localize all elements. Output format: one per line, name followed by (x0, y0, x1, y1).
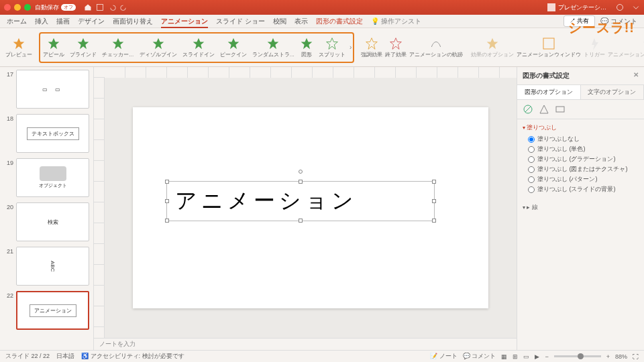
anim-split[interactable]: スプリット (319, 37, 345, 58)
language[interactable]: 日本語 (56, 352, 74, 361)
resize-handle-mr[interactable] (432, 199, 436, 203)
thumb-17[interactable]: ▭ ▭ (16, 70, 89, 109)
view-slideshow-icon[interactable]: ▶ (535, 353, 539, 360)
trigger[interactable]: トリガー (584, 37, 605, 58)
svg-marker-15 (487, 38, 498, 49)
notes-toggle[interactable]: 📝 ノート (430, 352, 458, 361)
fill-gradient[interactable]: 塗りつぶし (グラデーション) (528, 155, 639, 164)
svg-marker-4 (48, 38, 60, 49)
view-sorter-icon[interactable]: ⊞ (513, 353, 518, 360)
status-bar: スライド 22 / 22 日本語 ♿ アクセシビリティ: 検討が必要です 📝 ノ… (0, 350, 644, 362)
zoom-out-icon[interactable]: − (545, 353, 548, 360)
animation-gallery[interactable]: アピール ブラインド チェッカー… ディゾルブイン スライドイン ピークイン ラ… (39, 32, 354, 63)
thumb-22[interactable]: アニメーション (16, 291, 89, 330)
redo-icon[interactable] (120, 3, 128, 11)
fill-pattern[interactable]: 塗りつぶし (パターン) (528, 175, 639, 184)
rotate-handle[interactable] (299, 170, 303, 174)
zoom-level[interactable]: 88% (615, 353, 627, 360)
zoom-slider[interactable] (554, 355, 601, 357)
size-props-icon[interactable] (555, 104, 566, 115)
svg-rect-1 (547, 3, 555, 11)
sync-icon[interactable] (616, 3, 624, 11)
shape-options-tab[interactable]: 図形のオプション (517, 85, 581, 99)
fill-picture[interactable]: 塗りつぶし (図またはテクスチャ) (528, 165, 639, 174)
anim-peekin[interactable]: ピークイン (220, 37, 247, 58)
comments-toggle[interactable]: 💬 コメント (463, 352, 496, 361)
thumb-20[interactable]: 検索 (16, 202, 89, 241)
anim-random[interactable]: ランダムストラ… (252, 37, 295, 58)
anim-checker[interactable]: チェッカー… (102, 37, 134, 58)
document-title[interactable]: プレゼンテーシ… (547, 3, 606, 12)
effect-options[interactable]: 効果のオプション (471, 37, 514, 58)
effects-icon[interactable] (539, 104, 549, 115)
tell-me[interactable]: 💡 操作アシスト (371, 17, 421, 26)
save-icon[interactable] (96, 3, 104, 11)
undo-icon[interactable] (108, 3, 116, 11)
fill-solid[interactable]: 塗りつぶし (単色) (528, 145, 639, 154)
tab-draw[interactable]: 描画 (56, 17, 70, 26)
fill-section[interactable]: 塗りつぶし (523, 123, 639, 132)
preview-button[interactable]: プレビュー (5, 37, 32, 58)
slide-stage[interactable]: アニメーション (105, 78, 517, 338)
selected-textbox[interactable]: アニメーション (166, 181, 435, 221)
animation-pane[interactable]: アニメーションウィンドウ (517, 37, 581, 58)
resize-handle-tr[interactable] (432, 180, 436, 184)
anim-dissolve[interactable]: ディゾルブイン (140, 37, 177, 58)
tab-view[interactable]: 表示 (294, 17, 308, 26)
home-icon[interactable] (84, 3, 92, 11)
resize-handle-ml[interactable] (165, 199, 169, 203)
anim-shape[interactable]: 図形 (300, 37, 313, 58)
ribbon: プレビュー アピール ブラインド チェッカー… ディゾルブイン スライドイン ピ… (0, 28, 644, 67)
slide-counter[interactable]: スライド 22 / 22 (5, 352, 50, 361)
minimize-window-icon[interactable] (14, 4, 21, 11)
resize-handle-tm[interactable] (299, 180, 303, 184)
maximize-window-icon[interactable] (24, 4, 31, 11)
fill-slidebg[interactable]: 塗りつぶし (スライドの背景) (528, 185, 639, 194)
view-reading-icon[interactable]: ▭ (523, 353, 529, 360)
resize-handle-bl[interactable] (165, 219, 169, 223)
tab-animations[interactable]: アニメーション (161, 17, 208, 26)
thumb-19[interactable]: オブジェクト (16, 158, 89, 197)
thumb-21[interactable]: ABC (16, 247, 89, 286)
animation-painter[interactable]: アニメーションのコピー/貼り付け (608, 37, 644, 58)
svg-marker-6 (112, 38, 123, 49)
gallery-more-icon[interactable]: › (350, 44, 352, 51)
fit-window-icon[interactable]: ⛶ (633, 353, 639, 360)
panel-close-icon[interactable]: ✕ (633, 71, 639, 80)
anim-appear[interactable]: アピール (43, 37, 64, 58)
tab-insert[interactable]: 挿入 (35, 17, 48, 26)
resize-handle-bm[interactable] (299, 219, 303, 223)
textbox-content: アニメーション (175, 186, 358, 216)
resize-handle-tl[interactable] (165, 180, 169, 184)
svg-rect-20 (556, 107, 564, 112)
window-controls (4, 4, 31, 11)
exit-effects[interactable]: 終了効果 (385, 37, 407, 58)
brand-watermark: シースラ!! (568, 19, 635, 37)
tab-review[interactable]: 校閲 (273, 17, 286, 26)
close-window-icon[interactable] (4, 4, 11, 11)
autosave-toggle[interactable]: 自動保存 オフ (35, 3, 76, 12)
line-section[interactable]: ▸ 線 (523, 203, 639, 212)
zoom-in-icon[interactable]: + (606, 353, 610, 360)
tab-slideshow[interactable]: スライド ショー (216, 17, 265, 26)
slide[interactable]: アニメーション (133, 107, 488, 308)
accessibility-status[interactable]: ♿ アクセシビリティ: 検討が必要です (81, 352, 184, 361)
quick-access-toolbar (84, 3, 543, 11)
notes-placeholder[interactable]: ノートを入力 (94, 338, 517, 350)
resize-handle-br[interactable] (432, 219, 436, 223)
fill-none[interactable]: 塗りつぶしなし (528, 135, 639, 143)
thumb-18[interactable]: テキストボックス (16, 114, 89, 153)
text-options-tab[interactable]: 文字のオプション (581, 85, 645, 99)
tab-home[interactable]: ホーム (7, 17, 27, 26)
anim-blinds[interactable]: ブラインド (70, 37, 97, 58)
tab-design[interactable]: デザイン (78, 17, 105, 26)
ribbon-options-icon[interactable] (632, 3, 640, 11)
tab-transitions[interactable]: 画面切り替え (113, 17, 153, 26)
motion-paths[interactable]: アニメーションの軌跡 (409, 37, 463, 58)
slide-thumbnails[interactable]: 17▭ ▭ 18テキストボックス 19オブジェクト 20検索 21ABC 22ア… (0, 67, 94, 350)
anim-slidein[interactable]: スライドイン (182, 37, 215, 58)
view-normal-icon[interactable]: ▦ (501, 353, 507, 360)
tab-shape-format[interactable]: 図形の書式設定 (316, 17, 363, 26)
emphasis-effects[interactable]: 強調効果 (361, 37, 382, 58)
fill-line-icon[interactable] (523, 104, 533, 115)
